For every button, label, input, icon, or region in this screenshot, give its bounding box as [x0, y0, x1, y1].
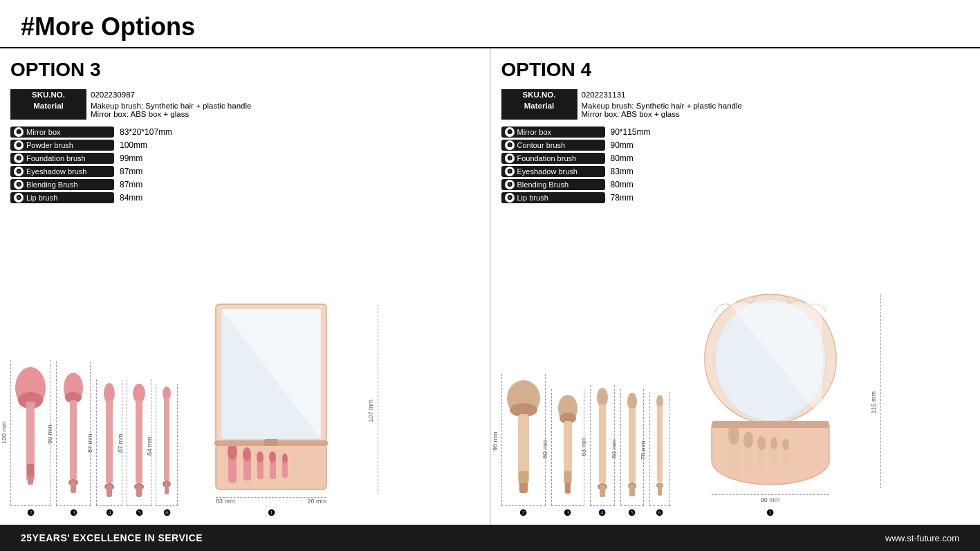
shell-box-svg	[687, 291, 853, 492]
option3-item-list: ❶Mirror box 83*20*107mm ❷Powder brush 10…	[10, 127, 273, 203]
svg-rect-16	[136, 400, 142, 483]
option4-product-image: 115 mm 90 mm ❶	[687, 291, 853, 518]
measure-line-h	[551, 505, 584, 506]
option3-spec-table: SKU.NO. 0202230987 Material Makeup brush…	[10, 89, 273, 120]
box-width-measure: 83 mm 20 mm	[195, 497, 347, 505]
list-item: ❷Contour brush 90mm	[501, 140, 764, 151]
mirror-box-svg	[195, 301, 347, 494]
width-label-4: 90 mm	[687, 495, 853, 505]
brush4-number: ❹	[106, 508, 113, 518]
measure-line-h	[96, 505, 122, 506]
measure-label-4-4: 83 mm	[580, 389, 587, 505]
option3-diagram: 100 mm ❷	[10, 301, 479, 525]
sku-row: SKU.NO. 0202230987	[10, 89, 273, 100]
measure-label-3: 99 mm	[46, 365, 53, 503]
measure-line-h	[649, 505, 670, 506]
sku-label: SKU.NO.	[10, 89, 86, 100]
svg-rect-50	[599, 404, 606, 483]
measure-line-left	[56, 362, 57, 505]
measure-line-h	[10, 505, 50, 506]
list-item: ❻Lip brush 84mm	[10, 192, 273, 203]
brush6-number: ❻	[163, 508, 171, 518]
brush5-4-number: ❺	[628, 508, 636, 518]
measure-line-h	[156, 505, 178, 506]
brush4-4-svg	[592, 385, 613, 505]
material-label: Material	[501, 100, 577, 120]
box4-number: ❶	[766, 508, 774, 518]
measure-label-5: 87 mm	[117, 383, 124, 504]
measure-label-2-4: 90 mm	[492, 377, 499, 505]
brush2-svg	[12, 360, 48, 505]
option4-spec-table: SKU.NO. 0202231131 Material Makeup brush…	[501, 89, 764, 120]
measure-label-6: 84 mm	[146, 387, 153, 505]
main-content: OPTION 3 SKU.NO. 0202230987 Material Mak…	[0, 48, 980, 525]
brush3-4-svg	[553, 389, 582, 505]
list-item: ❷Powder brush 100mm	[10, 140, 273, 151]
svg-point-15	[133, 384, 145, 403]
measure-label-6-4: 78 mm	[640, 395, 647, 505]
measure-line-left	[156, 384, 156, 505]
brush6-4-number: ❻	[656, 508, 663, 518]
svg-rect-73	[712, 421, 829, 428]
option4-specs: SKU.NO. 0202231131 Material Makeup brush…	[501, 89, 970, 284]
measure-line-h	[56, 505, 91, 506]
brush3-item: 99 mm ❸	[56, 362, 91, 518]
svg-rect-58	[657, 406, 663, 482]
svg-point-72	[782, 439, 789, 450]
list-item: ❻Lip brush 78mm	[501, 192, 764, 203]
svg-rect-4	[28, 476, 33, 485]
option4-brush-group: 90 mm ❷	[501, 374, 677, 518]
material-value: Makeup brush: Synthetic hair + plastic h…	[577, 100, 764, 120]
measure-line-left	[10, 360, 11, 505]
material-label: Material	[10, 100, 86, 120]
svg-point-36	[282, 454, 288, 463]
brush3-item-4: 80 mm ❸	[551, 389, 584, 518]
svg-rect-54	[629, 408, 636, 483]
sku-label: SKU.NO.	[501, 89, 577, 100]
footer-right-text: www.st-future.com	[885, 533, 959, 543]
measure-line-left	[501, 374, 502, 505]
measure-label-2: 100 mm	[1, 364, 8, 502]
header: #More Options	[0, 0, 980, 48]
brush3-4-number: ❸	[564, 508, 571, 518]
measure-line-left	[96, 380, 97, 505]
brush6-svg	[158, 384, 176, 505]
svg-point-66	[743, 431, 753, 448]
option3-specs: SKU.NO. 0202230987 Material Makeup brush…	[10, 89, 479, 294]
width-labels: 83 mm 20 mm	[195, 498, 347, 505]
brush2-item-4: 90 mm ❷	[501, 374, 546, 518]
option4-item-list: ❶Mirror box 90*115mm ❷Contour brush 90mm…	[501, 127, 764, 203]
svg-rect-12	[106, 400, 113, 483]
material-row: Material Makeup brush: Synthetic hair + …	[10, 100, 273, 120]
brush6-4-svg	[651, 392, 668, 505]
svg-rect-52	[600, 485, 605, 497]
option3-brush-group: 100 mm ❷	[10, 360, 185, 518]
brush6-item-4: 78 mm ❻	[649, 392, 670, 518]
page-title: #More Options	[21, 12, 959, 41]
svg-point-64	[728, 425, 739, 445]
box-number: ❶	[268, 508, 275, 518]
sku-row: SKU.NO. 0202231131	[501, 89, 764, 100]
list-item: ❹Eyeshadow brush 83mm	[501, 166, 764, 177]
brush2-4-svg	[503, 374, 544, 505]
measure-line-h	[620, 505, 644, 506]
sku-value: 0202231131	[577, 89, 764, 100]
svg-rect-3	[27, 464, 34, 478]
svg-rect-8	[70, 400, 77, 480]
list-item: ❺Blending Brush 87mm	[10, 179, 273, 190]
sku-value: 0202230987	[86, 89, 273, 100]
material-row: Material Makeup brush: Synthetic hair + …	[501, 100, 764, 120]
svg-point-34	[269, 451, 276, 463]
list-item: ❶Mirror box 83*20*107mm	[10, 127, 273, 138]
svg-rect-60	[658, 483, 662, 496]
svg-rect-18	[136, 485, 142, 497]
option3-title: OPTION 3	[10, 59, 479, 81]
measure-label-3-4: 80 mm	[542, 393, 548, 505]
list-item: ❹Eyeshadow brush 87mm	[10, 166, 273, 177]
list-item: ❸Foundation brush 99mm	[10, 153, 273, 164]
measure-line-right	[177, 384, 178, 505]
measure-line-left	[551, 389, 552, 505]
svg-rect-20	[164, 398, 169, 480]
svg-rect-48	[565, 483, 571, 494]
measure-line-left	[620, 389, 621, 505]
